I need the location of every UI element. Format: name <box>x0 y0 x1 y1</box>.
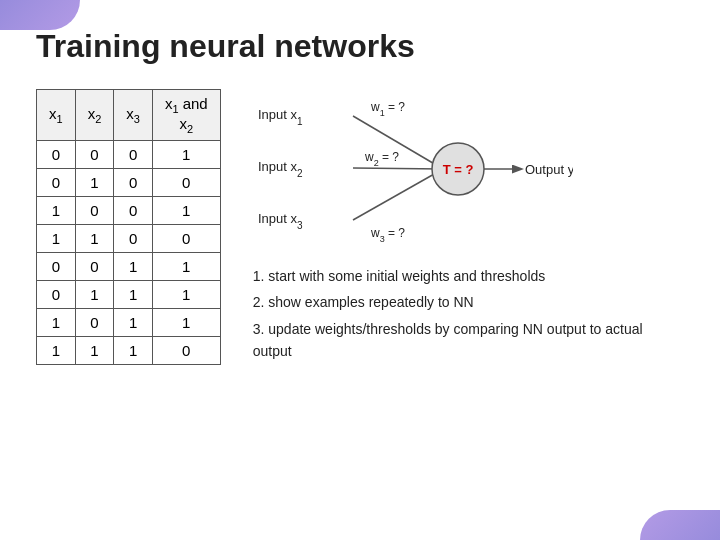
table-row: 1100 <box>37 225 221 253</box>
table-cell: 0 <box>75 197 114 225</box>
page-title: Training neural networks <box>36 28 684 65</box>
weight-w1-label: w1 = ? <box>370 100 405 118</box>
step-item: start with some initial weights and thre… <box>253 265 684 287</box>
table-row: 1110 <box>37 337 221 365</box>
table-cell: 1 <box>75 169 114 197</box>
table-cell: 1 <box>152 281 220 309</box>
table-cell: 1 <box>37 197 76 225</box>
table-row: 1001 <box>37 197 221 225</box>
table-cell: 1 <box>152 253 220 281</box>
table-cell: 0 <box>75 309 114 337</box>
table-cell: 1 <box>75 337 114 365</box>
table-cell: 0 <box>37 141 76 169</box>
table-row: 0100 <box>37 169 221 197</box>
table-cell: 1 <box>152 141 220 169</box>
right-panel: Input x1 Input x2 Input x3 w1 = ? w2 = ?… <box>253 89 684 367</box>
table-cell: 1 <box>152 197 220 225</box>
table-cell: 1 <box>114 253 153 281</box>
step-item: show examples repeatedly to NN <box>253 291 684 313</box>
col-header-x1-and-x2: x1 andx2 <box>152 90 220 141</box>
table-cell: 1 <box>37 309 76 337</box>
corner-decoration-br <box>640 510 720 540</box>
line-x2-node <box>353 168 443 169</box>
table-cell: 0 <box>114 225 153 253</box>
table-row: 0001 <box>37 141 221 169</box>
table-cell: 1 <box>37 337 76 365</box>
table-cell: 1 <box>152 309 220 337</box>
node-label: T = ? <box>442 162 473 177</box>
table-cell: 1 <box>75 281 114 309</box>
page-container: Training neural networks x1 x2 x3 x1 and… <box>0 0 720 395</box>
col-header-x1: x1 <box>37 90 76 141</box>
col-header-x2: x2 <box>75 90 114 141</box>
table-cell: 0 <box>37 169 76 197</box>
content-area: x1 x2 x3 x1 andx2 0001010010011100001101… <box>36 89 684 367</box>
table-cell: 0 <box>152 337 220 365</box>
table-cell: 1 <box>37 225 76 253</box>
table-cell: 1 <box>114 337 153 365</box>
table-row: 0011 <box>37 253 221 281</box>
steps-list: start with some initial weights and thre… <box>253 265 684 367</box>
nn-diagram: Input x1 Input x2 Input x3 w1 = ? w2 = ?… <box>253 89 573 249</box>
table-row: 1011 <box>37 309 221 337</box>
col-header-x3: x3 <box>114 90 153 141</box>
table-cell: 0 <box>114 197 153 225</box>
table-cell: 0 <box>75 253 114 281</box>
table-cell: 0 <box>75 141 114 169</box>
line-x3-node <box>353 169 443 220</box>
table-row: 0111 <box>37 281 221 309</box>
input-x1-label: Input x1 <box>258 107 303 127</box>
table-cell: 0 <box>37 253 76 281</box>
table-cell: 1 <box>75 225 114 253</box>
table-cell: 1 <box>114 281 153 309</box>
table-cell: 0 <box>37 281 76 309</box>
output-label: Output y <box>525 162 573 177</box>
truth-table: x1 x2 x3 x1 andx2 0001010010011100001101… <box>36 89 221 365</box>
step-item: update weights/thresholds by comparing N… <box>253 318 684 363</box>
weight-w3-label: w3 = ? <box>370 226 405 244</box>
table-cell: 0 <box>114 169 153 197</box>
table-cell: 0 <box>152 169 220 197</box>
table-cell: 0 <box>152 225 220 253</box>
input-x3-label: Input x3 <box>258 211 303 231</box>
input-x2-label: Input x2 <box>258 159 303 179</box>
table-cell: 0 <box>114 141 153 169</box>
weight-w2-label: w2 = ? <box>364 150 399 168</box>
table-cell: 1 <box>114 309 153 337</box>
